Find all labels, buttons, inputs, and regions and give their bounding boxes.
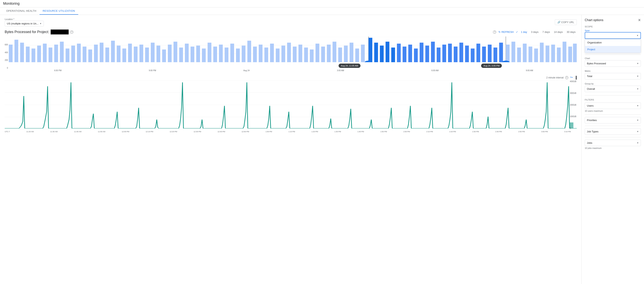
detail-x-2: 11:30 AM bbox=[50, 131, 58, 132]
job-types-chevron-icon: ▼ bbox=[637, 130, 639, 132]
svg-rect-48 bbox=[247, 41, 251, 62]
tab-operational-health[interactable]: OPERATIONAL HEALTH bbox=[3, 8, 40, 15]
chart-controls-help-icon[interactable]: ? bbox=[493, 30, 496, 34]
jobs-hint: 10 jobs maximum bbox=[585, 147, 641, 149]
svg-rect-31 bbox=[151, 43, 154, 62]
svg-rect-100 bbox=[546, 46, 549, 62]
svg-rect-56 bbox=[293, 46, 296, 62]
metric-select[interactable]: Total ▼ bbox=[585, 73, 641, 80]
tab-resource-utilization[interactable]: RESOURCE UTILIZATION bbox=[40, 8, 78, 15]
time-btn-14days[interactable]: 14 days bbox=[553, 30, 564, 34]
time-btn-3days[interactable]: 3 days bbox=[530, 30, 540, 34]
span-option-organization[interactable]: Organization bbox=[585, 39, 641, 46]
svg-rect-17 bbox=[71, 46, 75, 62]
bar-chart-type-icon[interactable]: ▐ bbox=[574, 76, 577, 80]
refresh-icon: ↻ bbox=[498, 30, 501, 34]
svg-rect-76 bbox=[408, 44, 412, 62]
span-value bbox=[587, 34, 588, 37]
svg-rect-66 bbox=[350, 43, 353, 62]
group-by-chevron-icon: ▼ bbox=[637, 88, 639, 90]
detail-x-9: 12:40 PM bbox=[218, 131, 225, 132]
refresh-button[interactable]: ↻ REFRESH bbox=[498, 30, 514, 34]
detail-x-20: 2:30 PM bbox=[472, 131, 479, 132]
users-filter: Users ▼ 10 users maximum bbox=[585, 102, 641, 112]
detail-x-5: 12:00 PM bbox=[122, 131, 130, 132]
span-chevron-icon: ▼ bbox=[636, 34, 638, 36]
metric-value: Total bbox=[587, 75, 592, 78]
filters-section: Filters Users ▼ 10 users maximum Prior bbox=[585, 98, 641, 149]
svg-rect-50 bbox=[259, 44, 262, 62]
copy-url-button[interactable]: 🔗 COPY URL bbox=[555, 19, 577, 25]
svg-rect-36 bbox=[179, 48, 183, 62]
svg-rect-27 bbox=[128, 44, 132, 62]
chart-header: Bytes Processed for Project: ? ? ↻ REFRE… bbox=[5, 30, 577, 34]
svg-rect-42 bbox=[213, 46, 217, 62]
svg-rect-93 bbox=[506, 44, 510, 62]
svg-rect-37 bbox=[185, 44, 188, 62]
svg-rect-20 bbox=[88, 50, 92, 62]
divider-2 bbox=[585, 95, 641, 96]
location-select[interactable]: US (multiple regions in Un... ▼ bbox=[5, 21, 44, 26]
metric-field-label: Metric bbox=[585, 70, 641, 72]
users-select[interactable]: Users ▼ bbox=[585, 102, 641, 109]
svg-rect-9 bbox=[26, 46, 30, 62]
x-label-4: 6:00 AM bbox=[432, 70, 439, 72]
left-handle-tooltip: Aug 24, 11:05 AM bbox=[339, 64, 360, 68]
chart-controls: ? ↻ REFRESH ✓ 1 day 3 days 7 days 14 day… bbox=[493, 30, 577, 34]
job-types-select[interactable]: Job Types ▼ bbox=[585, 128, 641, 135]
detail-chart-container: 400GiB 300GiB 200GiB 100GiB 0 UTC-7 11:2… bbox=[5, 80, 577, 132]
svg-rect-52 bbox=[270, 44, 274, 62]
svg-rect-79 bbox=[425, 46, 429, 62]
svg-rect-6 bbox=[9, 44, 12, 62]
x-label-5: 9:00 AM bbox=[526, 70, 533, 72]
detail-x-4: 11:50 AM bbox=[98, 131, 106, 132]
span-input[interactable]: ▼ bbox=[585, 32, 641, 39]
svg-rect-85 bbox=[460, 43, 463, 62]
group-by-select[interactable]: Overall ▼ bbox=[585, 86, 641, 92]
divider-5 bbox=[585, 137, 641, 137]
chart-title-help-icon[interactable]: ? bbox=[70, 30, 73, 34]
jobs-select[interactable]: Jobs ▼ bbox=[585, 140, 641, 146]
overview-bars[interactable]: Aug 24, 11:05 AM Aug 24, 3:05 PM bbox=[9, 37, 577, 69]
detail-line-chart bbox=[5, 80, 577, 129]
location-value: US (multiple regions in Un... bbox=[7, 22, 38, 25]
location-label: Location * bbox=[5, 18, 44, 20]
svg-rect-35 bbox=[174, 42, 177, 62]
time-btn-7days[interactable]: 7 days bbox=[541, 30, 551, 34]
detail-x-14: 1:30 PM bbox=[334, 131, 341, 132]
time-btn-30days[interactable]: 30 days bbox=[566, 30, 577, 34]
right-panel: Chart options ✕ Scope Span ▼ Organizatio… bbox=[582, 15, 644, 284]
svg-rect-39 bbox=[196, 46, 200, 62]
detail-x-15: 1:40 PM bbox=[358, 131, 364, 132]
svg-rect-104 bbox=[568, 46, 572, 62]
job-types-label: Job Types bbox=[587, 130, 598, 133]
chart-field-label: Chart bbox=[585, 57, 641, 60]
x-label-3: 3:00 AM bbox=[337, 70, 344, 72]
close-button[interactable]: ✕ bbox=[638, 18, 641, 22]
svg-rect-80 bbox=[431, 42, 435, 62]
svg-rect-16 bbox=[66, 48, 69, 62]
span-option-project[interactable]: Project bbox=[585, 46, 641, 53]
svg-rect-94 bbox=[512, 42, 515, 62]
divider-1 bbox=[585, 54, 641, 55]
location-chevron-icon: ▼ bbox=[40, 22, 42, 25]
users-label: Users bbox=[587, 104, 594, 107]
svg-rect-19 bbox=[82, 46, 86, 62]
interval-help-icon[interactable]: ? bbox=[565, 76, 568, 79]
svg-rect-54 bbox=[282, 46, 285, 62]
span-dropdown-menu: Organization Project bbox=[585, 39, 641, 53]
x-label-0: 6:00 PM bbox=[54, 70, 62, 72]
line-chart-type-icon[interactable]: 〜 bbox=[570, 76, 573, 80]
time-btn-1day[interactable]: 1 day bbox=[520, 30, 528, 34]
y-label-600: 600 bbox=[5, 44, 8, 46]
svg-rect-82 bbox=[442, 44, 446, 62]
detail-x-16: 1:50 PM bbox=[380, 131, 387, 132]
y-right-300: 300GiB bbox=[570, 92, 576, 94]
svg-rect-87 bbox=[471, 48, 474, 62]
priorities-select[interactable]: Priorities ▼ bbox=[585, 117, 641, 124]
svg-rect-72 bbox=[386, 42, 389, 62]
span-dropdown: Span ▼ Organization Project bbox=[585, 29, 641, 39]
y-right-200: 200GiB bbox=[570, 104, 576, 106]
svg-rect-95 bbox=[517, 48, 521, 62]
chart-select[interactable]: Bytes Processed ▼ bbox=[585, 60, 641, 67]
